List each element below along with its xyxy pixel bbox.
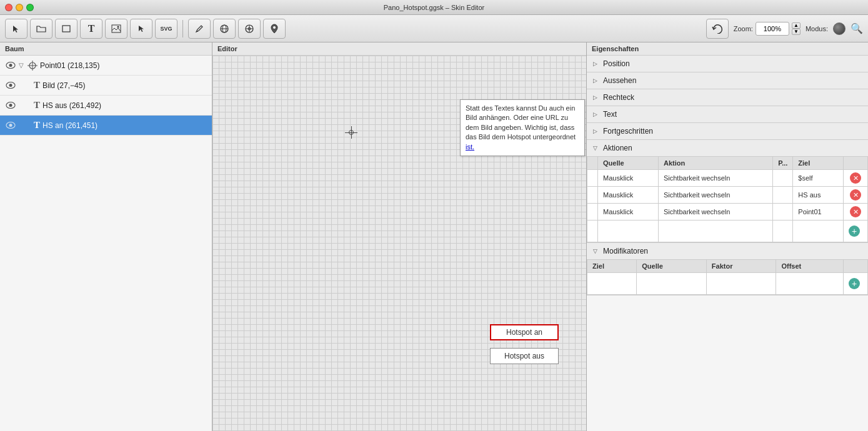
tooltip-link[interactable]: ist. [466, 143, 474, 151]
zoom-label: Zoom: [734, 25, 753, 32]
tree-item-hs-aus-label: HS aus (261,492) [42, 101, 101, 110]
row-1-p [773, 187, 793, 204]
col-p: P... [773, 157, 793, 170]
eye-icon-point01[interactable] [5, 61, 16, 70]
row-0-quelle: Mausklick [598, 170, 659, 187]
modifikatoren-section-header[interactable]: ▽ Modifikatoren [587, 243, 868, 259]
sidebar-baum: Baum ▽ Point01 (218,135) T Bil [0, 42, 212, 431]
col-handle [587, 157, 598, 170]
close-button[interactable] [5, 4, 12, 11]
tree-item-hs-an[interactable]: T HS an (261,451) [0, 116, 212, 136]
section-text-header[interactable]: ▷ Text [587, 106, 868, 122]
mod-empty-quelle [637, 273, 707, 295]
arrow-rechteck: ▷ [593, 94, 599, 101]
section-fortgeschritten: ▷ Fortgeschritten [587, 123, 868, 140]
mod-empty-ziel [587, 273, 637, 295]
section-text: ▷ Text [587, 106, 868, 123]
section-position: ▷ Position [587, 56, 868, 72]
expand-arrow-point01[interactable]: ▽ [19, 62, 25, 69]
zoom-input[interactable] [756, 22, 789, 36]
tree-area: ▽ Point01 (218,135) T Bild (27,−45) [0, 56, 212, 431]
compass-tool-button[interactable] [238, 19, 261, 39]
editor-crosshair [345, 126, 357, 139]
section-text-title: Text [603, 110, 617, 119]
section-position-header[interactable]: ▷ Position [587, 56, 868, 72]
section-aktionen: ▽ Aktionen Quelle Aktion P... Ziel [587, 140, 868, 243]
mod-col-faktor: Faktor [706, 260, 776, 273]
section-rechteck-title: Rechteck [603, 93, 634, 102]
hotspot-aus-button[interactable]: Hotspot aus [490, 348, 559, 364]
arrow-aktionen: ▽ [593, 145, 599, 151]
aktionen-table: Quelle Aktion P... Ziel Mausklick Sichtb… [587, 156, 868, 242]
mod-empty-add[interactable]: + [844, 273, 868, 295]
tree-item-point01-label: Point01 (218,135) [40, 61, 99, 70]
text-tool-button[interactable]: T [80, 19, 102, 39]
tooltip-text: Statt des Textes kannst Du auch ein Bild… [466, 104, 576, 151]
section-fortgeschritten-header[interactable]: ▷ Fortgeschritten [587, 123, 868, 139]
pin-tool-button[interactable] [263, 19, 286, 39]
image-tool-button[interactable] [105, 19, 127, 39]
hotspot-an-button[interactable]: Hotspot an [490, 324, 559, 340]
tree-item-hs-an-label: HS an (261,451) [42, 121, 97, 130]
row-2-delete[interactable]: ✕ [844, 204, 868, 220]
delete-row-0-button[interactable]: ✕ [850, 172, 861, 184]
col-ziel: Ziel [793, 157, 844, 170]
svg-point-22 [9, 124, 12, 127]
folder-tool-button[interactable] [30, 19, 52, 39]
modifikatoren-title: Modifikatoren [603, 247, 648, 255]
toolbar-separator [182, 20, 183, 37]
eye-icon-hs-aus[interactable] [5, 101, 16, 110]
mod-col-quelle: Quelle [637, 260, 707, 273]
tree-item-hs-aus[interactable]: T HS aus (261,492) [0, 96, 212, 116]
col-quelle: Quelle [598, 157, 659, 170]
zoom-down-button[interactable]: ▼ [792, 29, 801, 35]
undo-button[interactable] [706, 19, 729, 39]
edit-tool-button[interactable] [188, 19, 211, 39]
section-rechteck-header[interactable]: ▷ Rechteck [587, 89, 868, 106]
tree-item-bild-label: Bild (27,−45) [42, 81, 85, 90]
row-empty-quelle [598, 220, 659, 242]
aktionen-row-2[interactable]: Mausklick Sichtbarkeit wechseln Point01 … [587, 204, 868, 220]
aktionen-row-0[interactable]: Mausklick Sichtbarkeit wechseln $self ✕ [587, 170, 868, 187]
row-1-delete[interactable]: ✕ [844, 187, 868, 204]
row-handle-2 [587, 204, 598, 220]
svg-point-18 [9, 84, 12, 87]
row-empty-p [773, 220, 793, 242]
maximize-button[interactable] [26, 4, 34, 11]
row-0-p [773, 170, 793, 187]
svg-point-2 [117, 26, 119, 27]
eye-icon-hs-an[interactable] [5, 121, 16, 130]
window-title: Pano_Hotspot.ggsk – Skin Editor [384, 4, 484, 11]
svg-tool-button[interactable]: SVG [155, 19, 177, 39]
modus-search-icon[interactable]: 🔍 [851, 22, 863, 34]
modus-circle[interactable] [833, 22, 846, 35]
mod-empty-offset [776, 273, 844, 295]
eye-icon-bild[interactable] [5, 81, 16, 90]
editor-canvas[interactable]: Statt des Textes kannst Du auch ein Bild… [212, 56, 586, 431]
aktionen-row-1[interactable]: Mausklick Sichtbarkeit wechseln HS aus ✕ [587, 187, 868, 204]
delete-row-1-button[interactable]: ✕ [850, 189, 861, 201]
row-empty-aktion [658, 220, 772, 242]
crosshair-circle [349, 130, 354, 135]
editor-panel: Editor Statt des Textes kannst Du auch e… [212, 42, 587, 431]
add-aktionen-row-button[interactable]: + [849, 225, 860, 237]
select-tool-button[interactable] [5, 19, 27, 39]
zoom-up-button[interactable]: ▲ [792, 22, 801, 29]
aktionen-section-header[interactable]: ▽ Aktionen [587, 140, 868, 156]
add-modifikatoren-row-button[interactable]: + [849, 278, 860, 289]
main-layout: Baum ▽ Point01 (218,135) T Bil [0, 42, 868, 431]
mod-col-ziel: Ziel [587, 260, 637, 273]
section-aussehen-header[interactable]: ▷ Aussehen [587, 72, 868, 89]
mod-row-empty: + [587, 273, 868, 295]
tree-item-point01[interactable]: ▽ Point01 (218,135) [0, 56, 212, 76]
row-0-delete[interactable]: ✕ [844, 170, 868, 187]
hotspot-aus-label: Hotspot aus [504, 352, 544, 360]
pointer-tool-button[interactable] [130, 19, 152, 39]
rectangle-tool-button[interactable] [55, 19, 77, 39]
globe-tool-button[interactable] [213, 19, 236, 39]
tree-item-bild[interactable]: T Bild (27,−45) [0, 76, 212, 96]
minimize-button[interactable] [16, 4, 23, 11]
delete-row-2-button[interactable]: ✕ [850, 206, 861, 217]
col-delete [844, 157, 868, 170]
row-empty-add[interactable]: + [844, 220, 868, 242]
